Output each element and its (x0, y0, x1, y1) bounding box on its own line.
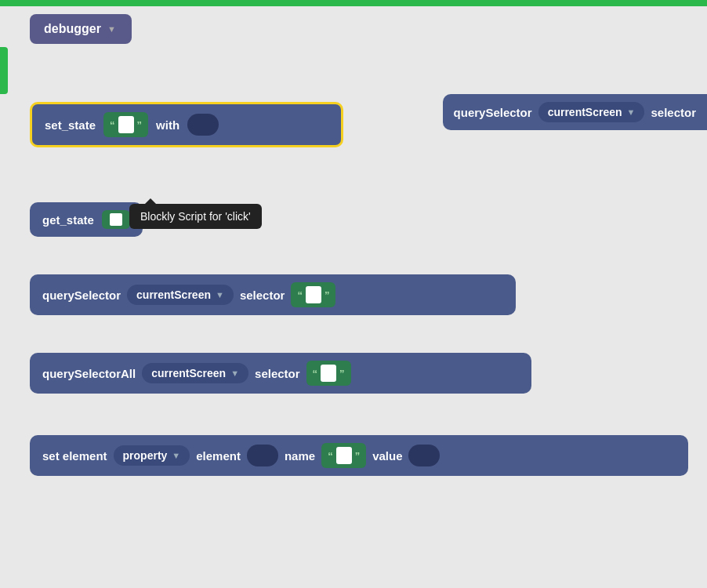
set-element-block: set element property ▼ element name “ ” … (30, 435, 688, 476)
set-element-dropdown-arrow-icon: ▼ (172, 451, 180, 460)
queryselector-selector-label: selector (240, 289, 285, 302)
set-element-element-label: element (196, 449, 241, 463)
get-state-label: get_state (42, 213, 94, 227)
set-element-element-slot[interactable] (247, 445, 278, 466)
qsa-open-quote-icon: “ (313, 368, 318, 379)
queryselectorall-selector-label: selector (255, 367, 300, 380)
queryselectorall-text-slot[interactable] (321, 365, 336, 382)
right-selector-label: selector (651, 106, 696, 119)
queryselector-string-input[interactable]: “ ” (291, 282, 335, 307)
set-element-label: set element (42, 449, 107, 463)
queryselector-dropdown[interactable]: currentScreen ▼ (127, 285, 234, 305)
set-element-value-slot[interactable] (408, 445, 440, 466)
get-state-string-input[interactable] (102, 210, 130, 229)
debugger-button[interactable]: debugger (30, 14, 132, 44)
se-close-quote-icon: ” (355, 450, 361, 462)
queryselector-block: querySelector currentScreen ▼ selector “… (30, 274, 516, 315)
sidebar-hint (0, 47, 8, 94)
debugger-label: debugger (44, 22, 101, 36)
set-state-value-slot[interactable] (187, 114, 219, 136)
queryselectorall-dropdown-label: currentScreen (151, 367, 226, 379)
queryselectorall-string-input[interactable]: “ ” (306, 361, 351, 386)
get-state-block: get_state (30, 202, 143, 237)
set-state-string-input[interactable]: “ ” (103, 112, 148, 137)
tooltip: Blockly Script for 'click' (129, 204, 262, 229)
set-element-property-dropdown[interactable]: property ▼ (114, 445, 190, 466)
queryselectorall-dropdown[interactable]: currentScreen ▼ (142, 363, 248, 383)
set-element-name-label: name (285, 449, 315, 463)
open-quote-icon: “ (110, 119, 115, 131)
right-dropdown-label: currentScreen (548, 106, 622, 118)
get-state-inner-slot (110, 213, 122, 226)
qsa-close-quote-icon: ” (339, 368, 345, 379)
set-state-text-slot[interactable] (118, 116, 134, 133)
queryselectorall-label: querySelectorAll (42, 367, 136, 380)
se-open-quote-icon: “ (328, 450, 333, 462)
right-partial-block: querySelector currentScreen ▼ selector (443, 94, 707, 130)
right-query-label: querySelector (454, 106, 532, 119)
top-bar (0, 0, 707, 6)
right-current-screen-dropdown[interactable]: currentScreen ▼ (538, 102, 645, 122)
tooltip-text: Blockly Script for 'click' (140, 210, 251, 223)
set-element-name-input[interactable]: “ ” (321, 443, 366, 468)
queryselector-label: querySelector (42, 289, 121, 302)
set-state-block: set_state “ ” with (30, 102, 343, 147)
qs-close-quote-icon: ” (324, 289, 330, 301)
queryselectorall-block: querySelectorAll currentScreen ▼ selecto… (30, 353, 531, 394)
with-label: with (156, 118, 179, 132)
right-dropdown-arrow-icon: ▼ (627, 107, 636, 117)
qs-open-quote-icon: “ (297, 289, 303, 301)
set-element-value-label: value (372, 449, 402, 463)
set-element-property-label: property (123, 449, 168, 462)
set-element-name-text-slot[interactable] (336, 447, 352, 464)
queryselector-dropdown-arrow-icon: ▼ (216, 290, 224, 299)
queryselectorall-dropdown-arrow-icon: ▼ (230, 368, 239, 378)
set-state-label: set_state (45, 118, 96, 132)
close-quote-icon: ” (137, 119, 143, 131)
queryselector-text-slot[interactable] (306, 286, 321, 303)
queryselector-dropdown-label: currentScreen (136, 289, 211, 301)
